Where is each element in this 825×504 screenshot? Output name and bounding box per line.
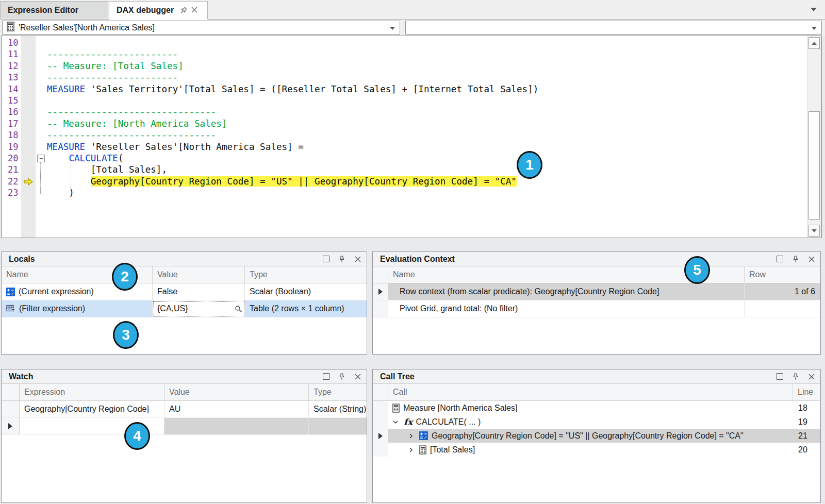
- line-number-cell: 18: [793, 401, 820, 415]
- code-line-10[interactable]: 10: [2, 37, 807, 48]
- dax-debugger-window: Expression Editor DAX debugger 'Reseller…: [0, 0, 825, 504]
- panel-title: Watch: [9, 372, 33, 381]
- code-token: 'Sales Territory'[Total Sales] = ([Resel…: [85, 84, 538, 94]
- value-cell: False: [153, 283, 245, 300]
- line-number: 18: [2, 129, 21, 141]
- chevron-down-icon[interactable]: [390, 27, 395, 30]
- code-text: -------------------------------: [47, 129, 216, 141]
- code-token: [47, 153, 69, 163]
- code-line-11[interactable]: 11------------------------: [2, 48, 807, 60]
- pin-icon[interactable]: [338, 373, 345, 380]
- watch-header-row: Expression Value Type: [2, 383, 367, 401]
- locals-row[interactable]: (Filter expression){CA,US}Table (2 rows …: [2, 300, 367, 317]
- highlighted-code: Geography[Country Region Code] = "US" ||…: [91, 176, 517, 187]
- editor-vertical-scrollbar[interactable]: [807, 36, 821, 238]
- call-tree-row[interactable]: [Total Sales]20: [373, 443, 820, 457]
- current-row-arrow-icon: [378, 433, 383, 439]
- line-number: 10: [2, 37, 21, 48]
- code-text: ------------------------: [47, 48, 178, 60]
- call-tree-row[interactable]: Geography[Country Region Code] = "US" ||…: [373, 429, 820, 443]
- code-line-20[interactable]: 20 CALCULATE(: [2, 153, 807, 164]
- fold-marker[interactable]: [36, 164, 47, 175]
- row-selector-cell: [2, 401, 20, 417]
- row-selector-cell: [373, 283, 388, 300]
- fx-icon: fx: [404, 417, 412, 427]
- code-token: -- Measure: [North America Sales]: [47, 119, 227, 129]
- current-statement-arrow-icon[interactable]: [21, 176, 36, 187]
- code-token: CALCULATE: [69, 153, 118, 163]
- watch-row[interactable]: Geography[Country Region Code]AUScalar (…: [2, 401, 367, 418]
- tab-dax-debugger[interactable]: DAX debugger: [109, 1, 208, 20]
- scrollbar-thumb[interactable]: [808, 111, 820, 220]
- fold-marker[interactable]: [36, 187, 47, 198]
- fold-margin: [36, 83, 47, 95]
- chevron-right-icon[interactable]: [408, 447, 419, 453]
- column-header-value: Value: [164, 384, 309, 400]
- code-token: ): [47, 188, 74, 198]
- close-icon[interactable]: [354, 373, 361, 380]
- chevron-down-icon[interactable]: [392, 419, 404, 425]
- code-token: -------------------------------: [47, 130, 216, 140]
- line-number: 11: [2, 48, 21, 60]
- watch-row[interactable]: [2, 418, 367, 435]
- expression-cell[interactable]: Geography[Country Region Code]: [20, 401, 164, 417]
- code-line-21[interactable]: 21 [Total Sales],: [2, 164, 807, 175]
- fold-marker[interactable]: [36, 176, 47, 187]
- call-cell: fxCALCULATE( ... ): [388, 415, 793, 429]
- pin-icon[interactable]: [792, 373, 799, 380]
- tab-expression-editor[interactable]: Expression Editor: [0, 1, 108, 19]
- evaluation-context-row[interactable]: Row context (from scalar predicate): Geo…: [373, 283, 820, 300]
- code-line-16[interactable]: 16-------------------------------: [2, 106, 807, 117]
- code-line-14[interactable]: 14MEASURE 'Sales Territory'[Total Sales]…: [2, 83, 807, 95]
- locals-title-bar: Locals: [2, 252, 367, 266]
- column-header-expression: Expression: [20, 384, 164, 400]
- code-line-22[interactable]: 22 Geography[Country Region Code] = "US"…: [2, 176, 807, 187]
- call-tree-row[interactable]: Measure [North America Sales]18: [373, 401, 820, 415]
- fold-marker[interactable]: [36, 153, 47, 164]
- chevron-down-icon[interactable]: [812, 27, 817, 30]
- filter-table-icon: [6, 305, 15, 313]
- float-icon[interactable]: [322, 373, 329, 380]
- value-cell: AU: [164, 401, 309, 417]
- row-selector-header: [373, 266, 388, 283]
- close-icon[interactable]: [808, 256, 815, 263]
- name-cell: (Filter expression): [2, 300, 153, 317]
- indicator-margin: [21, 118, 36, 129]
- evaluation-context-row[interactable]: Pivot Grid, grand total: (No filter): [373, 300, 820, 317]
- panel-title: Evaluation Context: [380, 255, 455, 264]
- close-icon[interactable]: [354, 256, 361, 263]
- code-line-18[interactable]: 18-------------------------------: [2, 129, 807, 141]
- float-icon[interactable]: [776, 256, 783, 263]
- float-icon[interactable]: [776, 373, 783, 380]
- selected-expression: 'Reseller Sales'[North America Sales]: [19, 23, 155, 32]
- watch-panel: Watch Expression Value Type Geography[Co…: [1, 369, 367, 503]
- expression-selector-combobox[interactable]: 'Reseller Sales'[North America Sales]: [2, 21, 400, 35]
- code-line-23[interactable]: 23 ): [2, 187, 807, 198]
- code-line-15[interactable]: 15: [2, 95, 807, 106]
- tab-list-dropdown-icon[interactable]: [811, 8, 817, 11]
- chevron-right-icon[interactable]: [408, 433, 419, 439]
- float-icon[interactable]: [322, 256, 329, 263]
- secondary-combobox[interactable]: [405, 21, 822, 35]
- call-tree-row[interactable]: fxCALCULATE( ... )19: [373, 415, 820, 429]
- scroll-down-icon[interactable]: [808, 225, 820, 237]
- fold-margin: [36, 141, 47, 153]
- code-line-19[interactable]: 19MEASURE 'Reseller Sales'[North America…: [2, 141, 807, 153]
- pin-icon[interactable]: [178, 5, 189, 15]
- call-tree-header-row: Call Line: [373, 383, 820, 401]
- pin-icon[interactable]: [792, 256, 799, 263]
- indent-guide: [71, 165, 71, 188]
- fold-margin: [36, 48, 47, 60]
- code-editor[interactable]: 1011------------------------12-- Measure…: [1, 36, 822, 238]
- line-number-cell: 20: [793, 443, 820, 457]
- close-icon[interactable]: [191, 6, 197, 15]
- locals-row[interactable]: (Current expression)FalseScalar (Boolean…: [2, 283, 367, 300]
- close-icon[interactable]: [808, 373, 815, 380]
- indicator-margin: [21, 106, 36, 117]
- call-cell: Geography[Country Region Code] = "US" ||…: [388, 429, 793, 443]
- pin-icon[interactable]: [338, 256, 345, 263]
- code-line-12[interactable]: 12-- Measure: [Total Sales]: [2, 60, 807, 72]
- code-line-13[interactable]: 13------------------------: [2, 72, 807, 83]
- code-line-17[interactable]: 17-- Measure: [North America Sales]: [2, 118, 807, 129]
- scroll-up-icon[interactable]: [808, 37, 820, 49]
